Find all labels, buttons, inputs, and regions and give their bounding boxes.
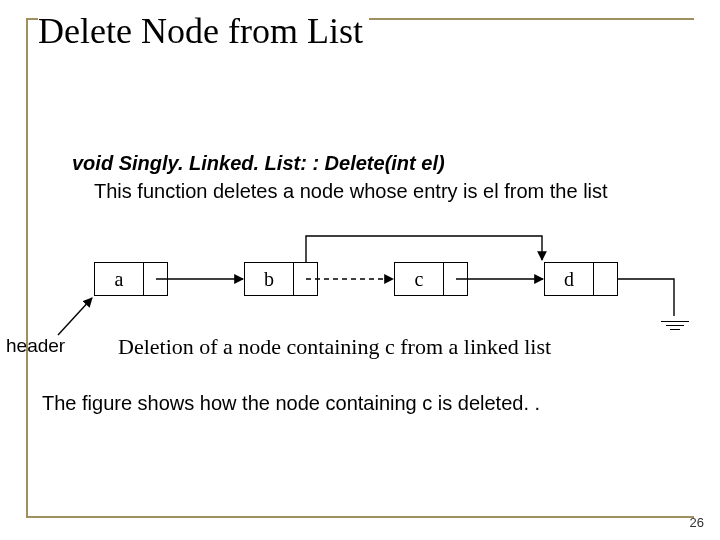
page-number: 26: [690, 515, 704, 530]
slide-frame-left: [26, 18, 28, 518]
node-a-value: a: [95, 263, 144, 295]
function-description: This function deletes a node whose entry…: [94, 180, 608, 203]
body-text: The figure shows how the node containing…: [42, 392, 540, 415]
node-b-value: b: [245, 263, 294, 295]
node-d: d: [544, 262, 618, 296]
node-c-value: c: [395, 263, 444, 295]
function-signature: void Singly. Linked. List: : Delete(int …: [72, 152, 445, 175]
diagram-caption: Deletion of a node containing c from a l…: [118, 334, 551, 360]
slide-title: Delete Node from List: [38, 10, 369, 52]
node-b: b: [244, 262, 318, 296]
svg-line-0: [58, 298, 92, 335]
ground-icon: [660, 318, 690, 333]
node-a-pointer-cell: [143, 263, 167, 295]
slide-frame-bottom: [26, 516, 694, 518]
node-c: c: [394, 262, 468, 296]
node-b-pointer-cell: [293, 263, 317, 295]
node-c-pointer-cell: [443, 263, 467, 295]
node-d-pointer-cell: [593, 263, 617, 295]
node-d-value: d: [545, 263, 594, 295]
node-a: a: [94, 262, 168, 296]
header-pointer-label: header: [6, 335, 65, 357]
